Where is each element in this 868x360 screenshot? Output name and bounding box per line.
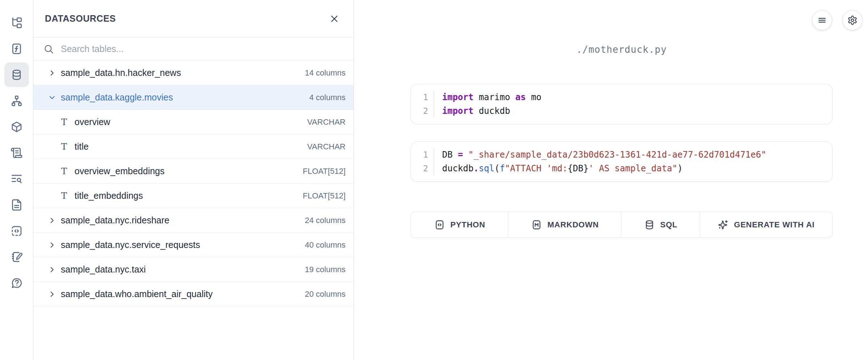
table-row[interactable]: sample_data.who.ambient_air_quality 20 c… — [33, 282, 353, 307]
table-name: sample_data.nyc.taxi — [61, 264, 299, 275]
generate-with-ai-button[interactable]: GENERATE WITH AI — [700, 212, 832, 237]
code-cell[interactable]: 12DB = "_share/sample_data/23b0d623-1361… — [411, 141, 833, 182]
panel-header: DATASOURCES — [33, 0, 353, 38]
sidebar-item-variables[interactable] — [4, 37, 29, 61]
table-row[interactable]: sample_data.kaggle.movies 4 columns — [33, 85, 353, 110]
table-row[interactable]: sample_data.nyc.taxi 19 columns — [33, 257, 353, 282]
close-icon — [330, 14, 339, 23]
sidebar-item-tracing[interactable] — [4, 167, 29, 191]
text-type-icon: T — [59, 191, 69, 200]
tables-list: sample_data.hn.hacker_news 14 columns sa… — [33, 61, 353, 307]
menu-button[interactable] — [812, 10, 832, 30]
menu-icon — [817, 15, 827, 25]
table-column-count: 4 columns — [309, 93, 346, 102]
add-cell-bar: PYTHON MARKDOWN SQL GENERATE WITH AI — [411, 211, 833, 238]
search-input[interactable] — [60, 43, 343, 55]
add-sql-cell-button[interactable]: SQL — [622, 212, 700, 237]
column-type: VARCHAR — [307, 142, 346, 151]
dependencies-icon — [10, 95, 23, 107]
table-column-count: 14 columns — [305, 68, 346, 78]
column-row[interactable]: T title VARCHAR — [33, 134, 353, 159]
column-row[interactable]: T title_embeddings FLOAT[512] — [33, 184, 353, 208]
activity-bar — [0, 0, 33, 360]
settings-button[interactable] — [842, 10, 863, 30]
code-editor[interactable]: import marimo as moimport duckdb — [434, 90, 542, 118]
notebook-filename[interactable]: ./motherduck.py — [411, 44, 833, 55]
table-row[interactable]: sample_data.hn.hacker_news 14 columns — [33, 61, 353, 85]
panel-title: DATASOURCES — [45, 13, 116, 24]
table-column-count: 20 columns — [305, 290, 346, 299]
table-column-count: 40 columns — [305, 240, 346, 250]
markdown-icon — [531, 219, 542, 230]
add-markdown-cell-button[interactable]: MARKDOWN — [509, 212, 622, 237]
column-row[interactable]: T overview VARCHAR — [33, 110, 353, 134]
table-name: sample_data.nyc.service_requests — [61, 240, 299, 250]
sidebar-item-dependencies[interactable] — [4, 89, 29, 113]
add-markdown-label: MARKDOWN — [547, 220, 599, 230]
chevron-icon — [48, 216, 56, 225]
chevron-icon — [48, 93, 56, 102]
variables-icon — [10, 43, 23, 55]
packages-icon — [10, 121, 23, 133]
tracing-icon — [10, 173, 23, 185]
line-number-gutter: 12 — [411, 148, 434, 175]
column-name: overview — [75, 117, 301, 127]
column-name: overview_embeddings — [75, 166, 297, 176]
text-type-icon: T — [59, 167, 69, 176]
table-row[interactable]: sample_data.nyc.rideshare 24 columns — [33, 208, 353, 233]
notebook-area: ./motherduck.py 12import marimo as moimp… — [354, 0, 868, 360]
column-type: FLOAT[512] — [303, 191, 346, 201]
sidebar-item-scratchpad[interactable] — [4, 245, 29, 269]
table-name: sample_data.who.ambient_air_quality — [61, 289, 299, 299]
sidebar-item-datasources[interactable] — [4, 63, 29, 87]
add-python-label: PYTHON — [450, 220, 485, 230]
table-name: sample_data.kaggle.movies — [61, 92, 304, 103]
generate-with-ai-label: GENERATE WITH AI — [734, 220, 814, 230]
sidebar-item-documentation[interactable] — [4, 193, 29, 217]
sidebar-item-help[interactable] — [4, 271, 29, 295]
documentation-icon — [10, 199, 23, 211]
chevron-icon — [48, 241, 56, 249]
snippets-icon — [10, 225, 23, 237]
logs-icon — [10, 147, 23, 159]
text-type-icon: T — [59, 117, 69, 127]
gear-icon — [847, 15, 858, 25]
add-python-cell-button[interactable]: PYTHON — [411, 212, 509, 237]
datasources-icon — [10, 69, 23, 81]
code-cell[interactable]: 12import marimo as moimport duckdb — [411, 84, 833, 124]
column-name: title_embeddings — [75, 190, 297, 201]
sidebar-item-file-explorer[interactable] — [4, 10, 29, 35]
database-icon — [644, 219, 655, 230]
table-name: sample_data.hn.hacker_news — [61, 68, 299, 78]
line-number-gutter: 12 — [411, 90, 434, 118]
column-row[interactable]: T overview_embeddings FLOAT[512] — [33, 159, 353, 184]
sidebar-item-packages[interactable] — [4, 115, 29, 139]
file-explorer-icon — [10, 17, 23, 29]
chevron-icon — [48, 69, 56, 77]
search-row — [33, 38, 353, 61]
column-name: title — [75, 141, 301, 152]
column-type: VARCHAR — [307, 117, 346, 127]
sparkles-icon — [717, 219, 728, 230]
scratchpad-icon — [10, 251, 23, 263]
sidebar-item-logs[interactable] — [4, 141, 29, 165]
chevron-icon — [48, 265, 56, 274]
table-name: sample_data.nyc.rideshare — [61, 215, 299, 226]
code-square-icon — [434, 219, 445, 230]
close-panel-button[interactable] — [328, 13, 340, 25]
add-sql-label: SQL — [660, 220, 678, 230]
chevron-icon — [48, 290, 56, 299]
table-column-count: 24 columns — [305, 216, 346, 225]
datasources-panel: DATASOURCES sample_data.hn.hacker_news 1… — [33, 0, 354, 360]
sidebar-item-snippets[interactable] — [4, 219, 29, 243]
search-icon — [43, 44, 54, 55]
table-column-count: 19 columns — [305, 265, 346, 274]
code-editor[interactable]: DB = "_share/sample_data/23b0d623-1361-4… — [434, 148, 766, 175]
table-row[interactable]: sample_data.nyc.service_requests 40 colu… — [33, 233, 353, 257]
column-type: FLOAT[512] — [303, 167, 346, 176]
help-icon — [10, 277, 23, 289]
text-type-icon: T — [59, 142, 69, 151]
